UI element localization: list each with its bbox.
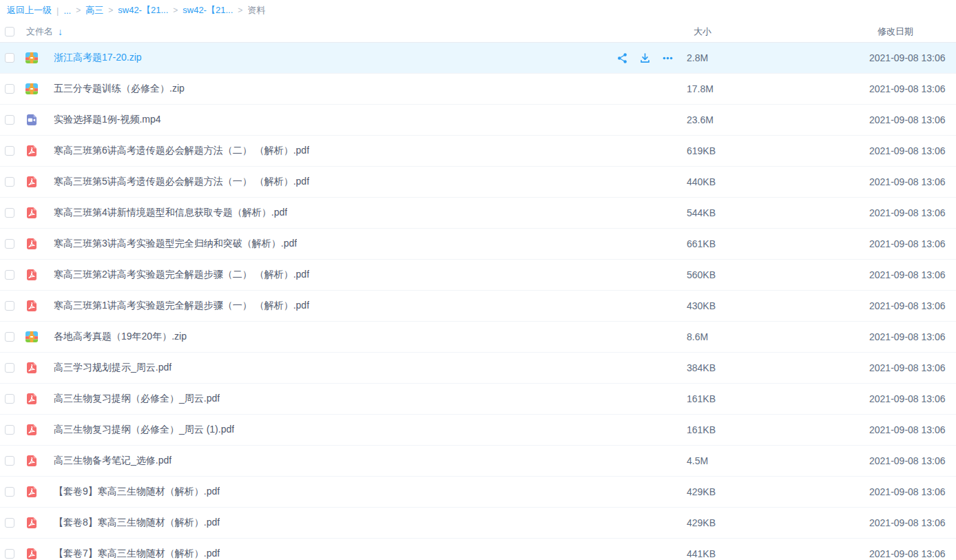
file-size: 544KB [687,207,869,218]
pdf-file-icon [25,361,39,375]
row-checkbox[interactable] [5,239,14,249]
column-header-filename[interactable]: 文件名 [26,25,53,38]
pdf-file-icon [25,206,39,220]
row-checkbox[interactable] [5,549,14,559]
file-size: 17.8M [687,83,869,94]
breadcrumb-pipe-separator: | [56,6,59,16]
column-header-size[interactable]: 大小 [687,25,869,38]
file-size: 161KB [687,424,869,435]
file-name[interactable]: 五三分专题训练（必修全）.zip [54,83,185,95]
file-name[interactable]: 高三生物复习提纲（必修全）_周云 (1).pdf [54,424,234,436]
breadcrumb-back-link[interactable]: 返回上一级 [7,4,52,17]
file-name[interactable]: 【套卷7】寒高三生物随材（解析）.pdf [54,548,220,560]
file-size: 430KB [687,300,869,311]
file-row[interactable]: 【套卷8】寒高三生物随材（解析）.pdf 429KB 2021-09-08 13… [0,508,956,539]
pdf-file-icon [25,268,39,282]
file-name[interactable]: 高三学习规划提示_周云.pdf [54,362,172,374]
file-row[interactable]: 浙江高考题17-20.zip [0,43,956,74]
share-icon[interactable] [616,52,629,65]
file-row[interactable]: 高三生物复习提纲（必修全）_周云 (1).pdf 161KB 2021-09-0… [0,415,956,446]
row-checkbox[interactable] [5,456,14,466]
file-name[interactable]: 寒高三班第3讲高考实验题型完全归纳和突破（解析）.pdf [54,238,297,250]
file-row[interactable]: 实验选择题1例-视频.mp4 23.6M 2021-09-08 13:06 [0,105,956,136]
file-date: 2021-09-08 13:06 [869,300,956,311]
file-size: 560KB [687,269,869,280]
row-checkbox[interactable] [5,115,14,125]
sort-descending-icon[interactable]: ↓ [58,26,63,37]
file-size: 441KB [687,548,869,559]
file-date: 2021-09-08 13:06 [869,52,956,63]
file-name[interactable]: 寒高三班第5讲高考遗传题必会解题方法（一） （解析）.pdf [54,176,309,188]
file-row[interactable]: 【套卷9】寒高三生物随材（解析）.pdf 429KB 2021-09-08 13… [0,477,956,508]
row-checkbox[interactable] [5,146,14,156]
file-name[interactable]: 寒高三班第1讲高考实验题完全解题步骤（一） （解析）.pdf [54,300,309,312]
pdf-file-icon [25,423,39,437]
file-name[interactable]: 高三生物复习提纲（必修全）_周云.pdf [54,393,220,405]
file-date: 2021-09-08 13:06 [869,393,956,404]
row-checkbox[interactable] [5,518,14,528]
breadcrumb-chevron: > [173,6,178,15]
file-row[interactable]: 【套卷7】寒高三生物随材（解析）.pdf 441KB 2021-09-08 13… [0,539,956,560]
file-row[interactable]: 寒高三班第3讲高考实验题型完全归纳和突破（解析）.pdf 661KB 2021-… [0,229,956,260]
file-size: 661KB [687,238,869,249]
file-date: 2021-09-08 13:06 [869,486,956,497]
row-checkbox[interactable] [5,487,14,497]
row-checkbox[interactable] [5,425,14,435]
file-size: 619KB [687,145,869,156]
breadcrumb-chevron: > [108,6,113,15]
breadcrumb-item-ellipsis[interactable]: ... [63,6,71,16]
file-row[interactable]: 寒高三班第6讲高考遗传题必会解题方法（二） （解析）.pdf 619KB 202… [0,136,956,167]
breadcrumb-item-course-1[interactable]: sw42-【21... [118,4,168,17]
file-row[interactable]: 寒高三班第1讲高考实验题完全解题步骤（一） （解析）.pdf 430KB 202… [0,291,956,322]
file-date: 2021-09-08 13:06 [869,238,956,249]
file-name[interactable]: 浙江高考题17-20.zip [54,52,142,64]
file-row[interactable]: 高三生物备考笔记_选修.pdf 4.5M 2021-09-08 13:06 [0,446,956,477]
file-date: 2021-09-08 13:06 [869,517,956,528]
file-name[interactable]: 各地高考真题（19年20年）.zip [54,331,187,343]
column-header-date[interactable]: 修改日期 [869,25,956,38]
row-checkbox[interactable] [5,301,14,311]
file-date: 2021-09-08 13:06 [869,269,956,280]
table-header: 文件名 ↓ 大小 修改日期 [0,21,956,43]
file-manager: 返回上一级 | ... > 高三 > sw42-【21... > sw42-【2… [0,0,956,560]
file-row[interactable]: 寒高三班第2讲高考实验题完全解题步骤（二） （解析）.pdf 560KB 202… [0,260,956,291]
file-date: 2021-09-08 13:06 [869,114,956,125]
file-size: 440KB [687,176,869,187]
breadcrumb-item-grade[interactable]: 高三 [85,4,103,17]
row-checkbox[interactable] [5,270,14,280]
file-name[interactable]: 寒高三班第6讲高考遗传题必会解题方法（二） （解析）.pdf [54,145,309,157]
file-size: 4.5M [687,455,869,466]
pdf-file-icon [25,516,39,530]
row-checkbox[interactable] [5,332,14,342]
download-icon[interactable] [638,52,652,65]
row-checkbox[interactable] [5,363,14,373]
file-date: 2021-09-08 13:06 [869,548,956,559]
row-checkbox[interactable] [5,84,14,94]
file-name[interactable]: 寒高三班第4讲新情境题型和信息获取专题（解析）.pdf [54,207,287,219]
file-size: 161KB [687,393,869,404]
file-row[interactable]: 五三分专题训练（必修全）.zip 17.8M 2021-09-08 13:06 [0,74,956,105]
breadcrumb-item-course-2[interactable]: sw42-【21... [183,4,233,17]
file-row[interactable]: 寒高三班第4讲新情境题型和信息获取专题（解析）.pdf 544KB 2021-0… [0,198,956,229]
file-row[interactable]: 各地高考真题（19年20年）.zip 8.6M 2021-09-08 13:06 [0,322,956,353]
file-name[interactable]: 【套卷9】寒高三生物随材（解析）.pdf [54,486,220,498]
breadcrumb-chevron: > [238,6,242,15]
file-name[interactable]: 寒高三班第2讲高考实验题完全解题步骤（二） （解析）.pdf [54,269,309,281]
file-row[interactable]: 寒高三班第5讲高考遗传题必会解题方法（一） （解析）.pdf 440KB 202… [0,167,956,198]
row-checkbox[interactable] [5,53,14,63]
pdf-file-icon [25,299,39,313]
file-row[interactable]: 高三生物复习提纲（必修全）_周云.pdf 161KB 2021-09-08 13… [0,384,956,415]
file-name[interactable]: 高三生物备考笔记_选修.pdf [54,455,172,467]
row-checkbox[interactable] [5,394,14,404]
file-row[interactable]: 高三学习规划提示_周云.pdf 384KB 2021-09-08 13:06 [0,353,956,384]
file-name[interactable]: 实验选择题1例-视频.mp4 [54,114,161,126]
more-icon[interactable] [661,52,674,65]
row-checkbox[interactable] [5,208,14,218]
row-checkbox[interactable] [5,177,14,187]
pdf-file-icon [25,237,39,251]
file-size: 8.6M [687,331,869,342]
pdf-file-icon [25,485,39,499]
select-all-checkbox[interactable] [5,27,14,37]
file-size: 23.6M [687,114,869,125]
file-name[interactable]: 【套卷8】寒高三生物随材（解析）.pdf [54,517,220,529]
